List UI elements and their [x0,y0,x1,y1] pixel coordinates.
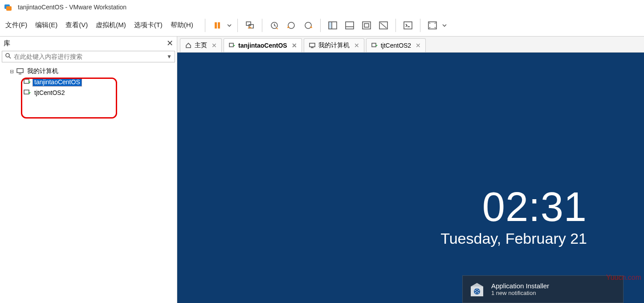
window-title: tanjintaoCentOS - VMware Workstation [18,4,126,11]
notification-title: Application Installer [491,282,549,290]
menu-view[interactable]: 查看(V) [65,21,88,29]
search-icon [5,53,11,61]
library-close-button[interactable]: ✕ [167,38,173,48]
tree-root-my-computer[interactable]: ⊟ 我的计算机 [2,66,175,77]
svg-rect-23 [17,69,23,73]
vm-running-icon [371,42,378,49]
menu-edit[interactable]: 编辑(E) [35,21,57,29]
library-tree: ⊟ 我的计算机 tanjintaoCentOS tjtCentOS2 [0,63,177,101]
svg-rect-27 [229,43,233,47]
vm-running-icon [228,42,236,49]
svg-rect-28 [310,43,315,47]
fullscreen-dropdown[interactable] [441,18,448,33]
monitor-icon [309,42,316,49]
toolbar [202,18,448,33]
tab-close-icon[interactable]: ✕ [354,42,359,49]
svg-line-17 [380,23,387,28]
vmware-app-icon [4,3,12,12]
svg-point-21 [6,53,9,57]
vm-guest-display[interactable]: 02:31 Tuesday, February 21 Application I… [177,53,644,303]
svg-rect-3 [218,22,220,29]
svg-point-37 [478,292,479,293]
library-search[interactable]: ▼ [2,51,175,62]
toolbar-separator [395,19,396,32]
tree-root-label: 我的计算机 [26,67,60,76]
tab-tjtcentos2[interactable]: tjtCentOS2 ✕ [366,38,426,52]
menu-vm[interactable]: 虚拟机(M) [96,21,126,29]
library-search-input[interactable] [14,53,167,60]
tree-item-tanjintaocentos[interactable]: tanjintaoCentOS [2,77,175,87]
installer-icon [468,280,486,298]
thumbnail-bar-button[interactable] [342,18,357,33]
svg-rect-26 [24,90,29,94]
svg-rect-30 [372,43,376,47]
tab-label: tanjintaoCentOS [238,42,287,49]
tab-bar: 主页 ✕ tanjintaoCentOS ✕ 我的计算机 ✕ [177,37,644,53]
lockscreen-time: 02:31 [440,186,587,227]
watermark-text: Yuucn.com [606,274,641,282]
library-header: 库 ✕ [0,37,177,50]
tab-tanjintaocentos[interactable]: tanjintaoCentOS ✕ [224,38,302,52]
notification-card[interactable]: Application Installer 1 new notification [462,275,624,303]
svg-rect-14 [363,22,371,29]
vm-running-icon [23,90,31,96]
svg-rect-25 [24,79,29,83]
enter-unity-button[interactable] [400,18,416,33]
notification-subtitle: 1 new notification [491,290,549,296]
tab-close-icon[interactable]: ✕ [212,42,217,49]
toolbar-separator [237,19,238,32]
tree-collapse-icon[interactable]: ⊟ [9,69,14,74]
tab-close-icon[interactable]: ✕ [292,42,297,49]
tab-close-icon[interactable]: ✕ [416,42,421,49]
main-area: 库 ✕ ▼ ⊟ 我的计算机 tanjintaoCentOS [0,37,644,303]
tree-item-label: tjtCentOS2 [33,89,66,97]
show-console-button[interactable] [359,18,374,33]
svg-rect-1 [6,6,12,11]
svg-rect-2 [215,22,217,29]
lockscreen-date: Tuesday, February 21 [440,230,587,247]
svg-point-38 [477,291,477,292]
tree-item-tjtcentos2[interactable]: tjtCentOS2 [2,87,175,98]
snapshot-button[interactable] [267,18,282,33]
library-title: 库 [4,39,10,48]
menu-help[interactable]: 帮助(H) [171,21,193,29]
svg-point-35 [478,290,479,291]
tab-my-computer[interactable]: 我的计算机 ✕ [304,38,364,52]
toolbar-separator [320,19,321,32]
search-dropdown-icon[interactable]: ▼ [167,53,172,60]
menu-file[interactable]: 文件(F) [5,21,27,29]
tab-label: tjtCentOS2 [381,42,411,49]
svg-line-22 [9,57,11,58]
svg-rect-11 [329,22,331,29]
revert-snapshot-button[interactable] [284,18,299,33]
library-panel: 库 ✕ ▼ ⊟ 我的计算机 tanjintaoCentOS [0,37,177,303]
toolbar-separator [420,19,420,32]
toolbar-separator [205,19,205,32]
svg-point-33 [477,289,477,290]
monitor-icon [16,68,24,74]
stretch-guest-button[interactable] [376,18,391,33]
window-titlebar: tanjintaoCentOS - VMware Workstation [0,0,644,14]
pause-button[interactable] [210,18,225,33]
home-icon [185,42,192,49]
svg-point-34 [475,290,476,291]
snapshot-manager-button[interactable] [301,18,316,33]
content-wrap: 主页 ✕ tanjintaoCentOS ✕ 我的计算机 ✕ [177,37,644,303]
menu-tabs[interactable]: 选项卡(T) [134,21,163,29]
menubar-row: 文件(F) 编辑(E) 查看(V) 虚拟机(M) 选项卡(T) 帮助(H) [0,14,644,37]
tab-label: 我的计算机 [318,41,350,49]
menu-bar: 文件(F) 编辑(E) 查看(V) 虚拟机(M) 选项卡(T) 帮助(H) [4,21,193,29]
notification-text: Application Installer 1 new notification [491,282,549,296]
tree-item-label: tanjintaoCentOS [33,78,82,86]
send-ctrl-alt-del-button[interactable] [242,18,257,33]
power-dropdown[interactable] [226,18,233,33]
svg-rect-18 [404,22,412,29]
svg-rect-12 [346,22,354,29]
show-library-button[interactable] [325,18,340,33]
svg-point-36 [475,292,476,293]
tab-home[interactable]: 主页 ✕ [180,38,222,52]
svg-rect-15 [364,24,369,27]
fullscreen-button[interactable] [425,18,440,33]
tab-label: 主页 [195,41,207,49]
vm-running-icon [23,79,31,85]
